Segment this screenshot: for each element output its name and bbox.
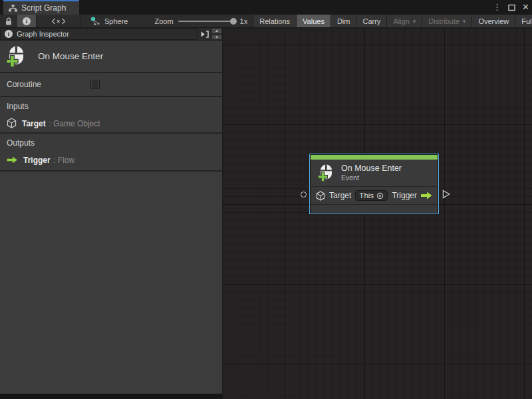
panel-scroll-spinner: ▲ ▼ xyxy=(211,28,222,40)
lock-icon xyxy=(5,17,12,25)
graph-asset-label: Sphere xyxy=(104,17,128,25)
flow-arrow-icon xyxy=(7,156,18,164)
inspector-header: i Graph Inspector ▲ ▼ xyxy=(0,28,222,41)
toolbar-left-group: i xyxy=(0,15,253,27)
outputs-section: Outputs Trigger : Flow xyxy=(0,134,222,172)
carry-label: Carry xyxy=(362,17,380,25)
distribute-dropdown[interactable]: Distribute ▾ xyxy=(422,15,472,27)
node-body: On Mouse Enter Event Target xyxy=(310,154,438,213)
mouse-enter-event-icon xyxy=(318,164,334,182)
graph-asset-breadcrumb[interactable]: Sphere xyxy=(81,17,134,25)
target-value: This xyxy=(359,192,374,200)
node-accent-bar xyxy=(311,155,438,160)
output-type: : Flow xyxy=(53,156,74,165)
window-menu-icon[interactable]: ⋮ xyxy=(493,0,501,15)
inputs-section: Inputs Target : Game Object xyxy=(0,97,222,134)
dock-panel-button[interactable] xyxy=(200,31,209,38)
inspector-toggle-button[interactable]: i xyxy=(17,15,36,27)
trigger-port-label: Trigger xyxy=(392,191,417,200)
zoom-value: 1x xyxy=(240,17,248,25)
target-input-port[interactable]: Target This xyxy=(316,190,388,201)
node-header: On Mouse Enter Event xyxy=(311,160,438,187)
node-output-connector[interactable] xyxy=(442,190,450,199)
values-button[interactable]: Values xyxy=(297,15,331,27)
maximize-icon[interactable] xyxy=(508,4,515,11)
inputs-heading: Inputs xyxy=(7,102,215,111)
overview-label: Overview xyxy=(478,17,509,25)
event-title: On Mouse Enter xyxy=(38,51,103,61)
flow-arrow-icon xyxy=(421,192,432,200)
zoom-slider-handle[interactable] xyxy=(230,18,237,25)
relations-label: Relations xyxy=(259,17,290,25)
values-label: Values xyxy=(303,17,325,25)
node-titles: On Mouse Enter Event xyxy=(341,164,402,182)
code-view-icon xyxy=(51,18,66,25)
input-type: : Game Object xyxy=(49,119,100,128)
overview-button[interactable]: Overview xyxy=(472,15,515,27)
align-label: Align xyxy=(393,17,409,25)
output-row-trigger: Trigger : Flow xyxy=(7,154,215,166)
tab-bar: Script Graph ⋮ ✕ xyxy=(0,0,532,15)
chevron-down-icon: ▾ xyxy=(463,18,466,25)
input-name: Target xyxy=(22,119,46,128)
node-ports-row: Target This Trigger xyxy=(311,187,438,205)
code-view-button[interactable] xyxy=(37,15,80,27)
toolbar-right-group: Relations Values Dim Carry Align ▾ Distr… xyxy=(253,15,532,27)
scroll-up-button[interactable]: ▲ xyxy=(211,28,222,34)
input-row-target: Target : Game Object xyxy=(7,117,215,129)
zoom-slider[interactable] xyxy=(178,21,235,22)
relations-button[interactable]: Relations xyxy=(253,15,297,27)
graph-canvas[interactable]: On Mouse Enter Event Target xyxy=(223,28,532,399)
target-value-chip[interactable]: This xyxy=(355,190,388,201)
zoom-label: Zoom xyxy=(154,17,173,25)
unity-script-graph-window: Script Graph ⋮ ✕ i xyxy=(0,0,532,399)
distribute-label: Distribute xyxy=(428,17,459,25)
inspector-empty-area xyxy=(0,172,222,394)
cube-icon xyxy=(7,118,17,128)
script-graph-icon xyxy=(9,5,17,12)
full-screen-label: Full Screen xyxy=(521,17,532,25)
output-name: Trigger xyxy=(23,156,51,165)
lock-button[interactable] xyxy=(0,15,17,27)
scroll-down-button[interactable]: ▼ xyxy=(211,35,222,41)
inspector-title: Graph Inspector xyxy=(17,30,69,38)
target-port-label: Target xyxy=(329,191,351,200)
close-icon[interactable]: ✕ xyxy=(522,0,529,15)
graph-toolbar: i xyxy=(0,15,532,28)
info-icon: i xyxy=(23,17,31,25)
zoom-control: Zoom 1x xyxy=(134,17,253,25)
inspector-header-box: i Graph Inspector xyxy=(0,28,198,40)
node-subtitle: Event xyxy=(341,174,402,182)
panel-bottom-edge xyxy=(0,394,222,399)
node-input-connector[interactable] xyxy=(301,192,307,198)
window-controls: ⋮ ✕ xyxy=(493,0,529,15)
outputs-heading: Outputs xyxy=(7,138,215,148)
event-title-section: On Mouse Enter xyxy=(0,41,222,73)
node-footer xyxy=(311,205,438,213)
graph-inspector-panel: i Graph Inspector ▲ ▼ xyxy=(0,28,223,399)
tab-label: Script Graph xyxy=(21,3,66,13)
full-screen-button[interactable]: Full Screen xyxy=(515,15,532,27)
chevron-down-icon: ▾ xyxy=(413,18,416,25)
cube-icon xyxy=(316,191,325,201)
align-dropdown[interactable]: Align ▾ xyxy=(387,15,422,27)
graph-asset-icon xyxy=(90,17,100,25)
coroutine-label: Coroutine xyxy=(7,80,41,89)
object-picker-icon[interactable] xyxy=(376,192,384,200)
coroutine-row: Coroutine xyxy=(0,73,222,97)
dim-button[interactable]: Dim xyxy=(331,15,357,27)
carry-button[interactable]: Carry xyxy=(356,15,387,27)
coroutine-checkbox[interactable] xyxy=(90,80,100,89)
on-mouse-enter-node[interactable]: On Mouse Enter Event Target xyxy=(309,154,439,214)
mouse-enter-event-icon xyxy=(6,46,26,67)
tab-script-graph[interactable]: Script Graph xyxy=(3,0,79,15)
trigger-output-port[interactable]: Trigger xyxy=(392,191,432,200)
node-title: On Mouse Enter xyxy=(341,164,402,174)
dim-label: Dim xyxy=(337,17,350,25)
info-icon: i xyxy=(5,30,13,38)
